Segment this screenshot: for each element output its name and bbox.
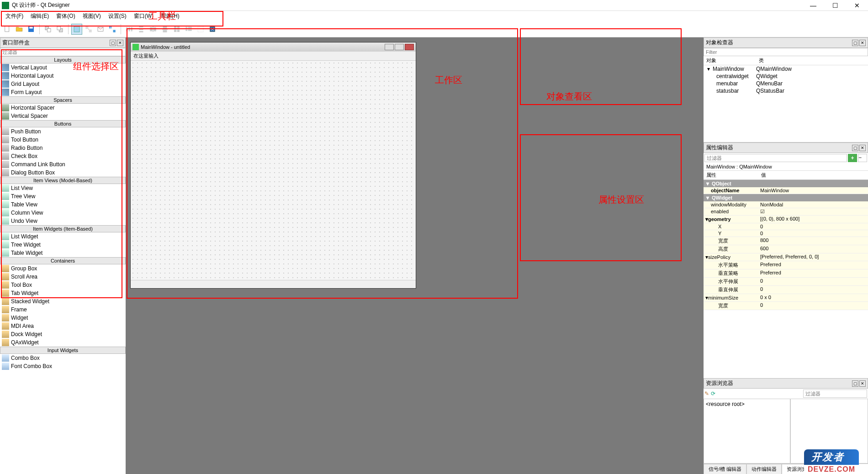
reload-resources-button[interactable]: ⟳ <box>711 390 715 397</box>
resource-tree[interactable]: <resource root> <box>704 399 790 463</box>
property-filter[interactable] <box>704 154 847 162</box>
widget-item[interactable]: Table Widget <box>0 249 126 257</box>
property-row[interactable]: 垂直策略Preferred <box>704 269 868 278</box>
property-table[interactable]: ▾QObjectobjectNameMainWindow▾QWidgetwind… <box>704 180 868 378</box>
expand-arrow-icon[interactable]: ▾ <box>705 295 708 301</box>
property-row[interactable]: ▾minimumSize0 x 0 <box>704 294 868 302</box>
resource-filter[interactable] <box>803 390 867 398</box>
widget-item[interactable]: MDI Area <box>0 322 126 330</box>
widget-item[interactable]: Form Layout <box>0 88 126 96</box>
property-row[interactable]: 水平策略Preferred <box>704 261 868 269</box>
menu-item[interactable]: 设置(S) <box>105 11 130 21</box>
edit-resources-button[interactable]: ✎ <box>704 390 709 397</box>
property-row[interactable]: ▾geometry[(0, 0), 800 x 600] <box>704 216 868 223</box>
remove-dynamic-property-button[interactable]: − <box>858 154 867 162</box>
maximize-button[interactable]: ☐ <box>826 2 844 9</box>
expand-arrow-icon[interactable]: ▾ <box>705 254 708 260</box>
widget-item[interactable]: Table View <box>0 200 126 209</box>
property-row[interactable]: X0 <box>704 223 868 230</box>
design-menubar[interactable]: 在这里输入 <box>131 52 416 61</box>
widget-item[interactable]: Undo View <box>0 217 126 225</box>
dock-float-button[interactable]: ▢ <box>110 40 116 46</box>
widget-item[interactable]: Widget <box>0 314 126 322</box>
property-row[interactable]: 水平伸展0 <box>704 278 868 286</box>
widget-item[interactable]: Check Box <box>0 152 126 160</box>
menu-item[interactable]: 视图(V) <box>79 11 105 21</box>
widget-box-filter[interactable] <box>0 48 126 56</box>
edit-widgets-button[interactable] <box>71 24 82 35</box>
design-main-window[interactable]: MainWindow - untitled 在这里输入 <box>130 42 416 289</box>
dock-float-button[interactable]: ▢ <box>852 40 858 46</box>
widget-item[interactable]: Tree Widget <box>0 241 126 249</box>
widget-item[interactable]: QAxWidget <box>0 338 126 347</box>
layout-v-button[interactable] <box>136 24 147 35</box>
widget-item[interactable]: Combo Box <box>0 354 126 362</box>
widget-item[interactable]: Tree View <box>0 192 126 200</box>
widget-item[interactable]: List Widget <box>0 232 126 241</box>
widget-item[interactable]: Tab Widget <box>0 289 126 297</box>
send-back-button[interactable] <box>42 24 53 35</box>
widget-item[interactable]: Group Box <box>0 264 126 273</box>
widget-item[interactable]: Column View <box>0 209 126 217</box>
widget-category[interactable]: Spacers <box>0 96 126 104</box>
property-row[interactable]: 高度600 <box>704 245 868 253</box>
add-dynamic-property-button[interactable]: + <box>848 154 857 162</box>
widget-item[interactable]: Vertical Spacer <box>0 112 126 120</box>
new-file-button[interactable] <box>2 24 13 35</box>
object-row[interactable]: ▾MainWindowQMainWindow <box>704 65 868 73</box>
widget-box-tree[interactable]: LayoutsVertical LayoutHorizontal LayoutG… <box>0 56 126 474</box>
widget-category[interactable]: Item Widgets (Item-Based) <box>0 225 126 232</box>
design-area[interactable]: MainWindow - untitled 在这里输入 <box>126 37 704 474</box>
edit-tab-order-button[interactable]: 1 <box>107 24 118 35</box>
widget-item[interactable]: Grid Layout <box>0 80 126 88</box>
widget-category[interactable]: Containers <box>0 257 126 264</box>
layout-grid-button[interactable] <box>171 24 182 35</box>
layout-v-splitter-button[interactable] <box>159 24 170 35</box>
edit-buddies-button[interactable] <box>95 24 106 35</box>
expand-arrow-icon[interactable]: ▾ <box>706 180 712 187</box>
widget-item[interactable]: Frame <box>0 305 126 314</box>
property-row[interactable]: 垂直伸展0 <box>704 286 868 294</box>
dock-close-button[interactable]: ✕ <box>117 40 123 46</box>
expand-arrow-icon[interactable]: ▾ <box>705 216 708 222</box>
property-row[interactable]: 宽度0 <box>704 302 868 310</box>
property-row[interactable]: Y0 <box>704 230 868 237</box>
widget-item[interactable]: Horizontal Layout <box>0 72 126 80</box>
bring-front-button[interactable] <box>54 24 65 35</box>
property-row[interactable]: windowModalityNonModal <box>704 201 868 208</box>
object-row[interactable]: menubarQMenuBar <box>704 80 868 87</box>
save-file-button[interactable] <box>26 24 37 35</box>
widget-item[interactable]: Font Combo Box <box>0 362 126 370</box>
property-row[interactable]: objectNameMainWindow <box>704 187 868 194</box>
layout-h-button[interactable] <box>124 24 135 35</box>
menu-item[interactable]: 文件(F) <box>2 11 27 21</box>
widget-item[interactable]: Tool Button <box>0 136 126 144</box>
widget-item[interactable]: Dialog Button Box <box>0 169 126 177</box>
widget-item[interactable]: Horizontal Spacer <box>0 104 126 112</box>
widget-item[interactable]: Tool Box <box>0 281 126 289</box>
property-group-header[interactable]: ▾QWidget <box>704 194 868 201</box>
object-row[interactable]: centralwidgetQWidget <box>704 73 868 80</box>
dock-float-button[interactable]: ▢ <box>852 145 858 151</box>
property-row[interactable]: 宽度800 <box>704 237 868 245</box>
widget-item[interactable]: List View <box>0 184 126 192</box>
resource-tab[interactable]: 信号/槽 编辑器 <box>704 464 746 474</box>
widget-item[interactable]: Command Link Button <box>0 160 126 169</box>
widget-category[interactable]: Item Views (Model-Based) <box>0 177 126 184</box>
layout-h-splitter-button[interactable] <box>148 24 159 35</box>
widget-category[interactable]: Input Widgets <box>0 347 126 354</box>
object-row[interactable]: statusbarQStatusBar <box>704 87 868 95</box>
property-group-header[interactable]: ▾QObject <box>704 180 868 187</box>
object-tree[interactable]: ▾MainWindowQMainWindowcentralwidgetQWidg… <box>704 65 868 142</box>
widget-item[interactable]: Push Button <box>0 127 126 136</box>
dock-float-button[interactable]: ▢ <box>852 380 858 387</box>
widget-item[interactable]: Dock Widget <box>0 330 126 338</box>
widget-category[interactable]: Buttons <box>0 120 126 127</box>
dock-close-button[interactable]: ✕ <box>859 40 866 46</box>
object-inspector-filter[interactable] <box>704 48 868 56</box>
dock-close-button[interactable]: ✕ <box>859 380 866 387</box>
design-canvas[interactable] <box>131 61 416 280</box>
widget-item[interactable]: Stacked Widget <box>0 297 126 305</box>
widget-item[interactable]: Radio Button <box>0 144 126 152</box>
adjust-size-button[interactable] <box>207 24 218 35</box>
